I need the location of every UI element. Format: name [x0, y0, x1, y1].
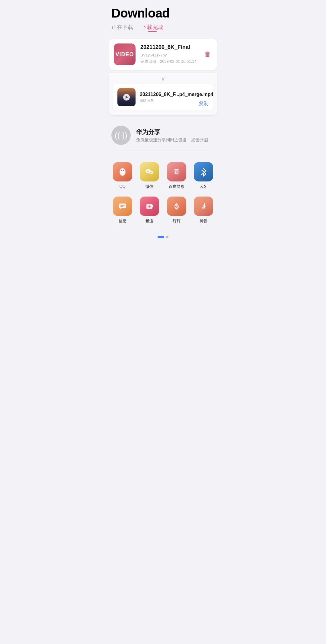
huawei-text-block: 华为分享 免流量极速分享到附近设备，点击开启: [136, 128, 208, 143]
svg-point-3: [123, 170, 124, 171]
app-item-changlian[interactable]: 畅连: [136, 193, 163, 227]
card-complete-date: 完成日期：2023-02-01 10:51:14: [140, 59, 198, 65]
card-title: 20211206_8K_Final: [140, 44, 198, 50]
tab-bar: 正在下载 下载完成: [104, 24, 222, 36]
baidu-icon: 百: [167, 162, 186, 181]
app-item-dingding[interactable]: 钉钉: [163, 193, 190, 227]
dingding-icon: [167, 197, 186, 216]
app-item-douyin[interactable]: 抖音: [190, 193, 217, 227]
card-info: 20211206_8K_Final BV1y5411x7by 完成日期：2023…: [140, 44, 198, 65]
svg-point-1: [120, 168, 125, 174]
douyin-label: 抖音: [200, 218, 207, 224]
app-item-qq[interactable]: QQ: [109, 159, 136, 193]
svg-point-2: [121, 170, 122, 171]
chevron-down-icon[interactable]: ∨: [161, 75, 165, 82]
changlian-icon: [140, 197, 159, 216]
file-name: 20211206_8K_F...p4_merge.mp4: [140, 92, 213, 97]
bluetooth-icon: [194, 162, 213, 181]
app-grid: QQ 微信 百 百度网盘 蓝牙: [104, 151, 222, 232]
page-dot-2: [166, 236, 168, 238]
wechat-icon: [140, 162, 159, 181]
svg-text:百: 百: [174, 169, 179, 174]
huawei-share[interactable]: ((·)) 华为分享 免流量极速分享到附近设备，点击开启: [104, 118, 222, 151]
svg-rect-12: [119, 203, 126, 208]
app-item-wechat[interactable]: 微信: [136, 159, 163, 193]
wechat-label: 微信: [145, 184, 153, 189]
tab-downloaded[interactable]: 下载完成: [142, 24, 163, 32]
delete-button[interactable]: 🗑: [203, 49, 212, 59]
video-thumb-label: VIDEO: [115, 51, 134, 58]
app-item-bluetooth[interactable]: 蓝牙: [190, 159, 217, 193]
svg-point-15: [149, 206, 150, 207]
huawei-share-title: 华为分享: [136, 128, 208, 136]
wifi-icon: ((·)): [115, 131, 127, 140]
svg-point-6: [147, 171, 148, 171]
page-dot-1: [158, 236, 164, 238]
play-triangle: [126, 96, 128, 99]
tab-downloading[interactable]: 正在下载: [111, 24, 133, 32]
qq-label: QQ: [120, 184, 126, 188]
video-thumbnail: VIDEO: [114, 43, 136, 65]
svg-rect-16: [152, 205, 153, 207]
message-icon: [113, 197, 132, 216]
play-icon: [123, 94, 130, 101]
baidu-label: 百度网盘: [169, 184, 184, 189]
page-title: Download: [104, 0, 222, 24]
card-bv-id: BV1y5411x7by: [140, 52, 198, 59]
douyin-icon: [194, 197, 213, 216]
svg-point-8: [150, 172, 151, 173]
changlian-label: 畅连: [145, 218, 153, 224]
svg-point-5: [149, 171, 153, 174]
huawei-share-desc: 免流量极速分享到附近设备，点击开启: [136, 137, 208, 143]
svg-point-7: [148, 171, 149, 171]
dingding-label: 钉钉: [173, 218, 181, 224]
svg-point-9: [152, 172, 152, 173]
qq-icon: [113, 162, 132, 181]
file-thumbnail: [117, 88, 136, 106]
copy-button[interactable]: 复制: [199, 101, 209, 107]
huawei-share-icon: ((·)): [111, 126, 131, 145]
download-card: VIDEO 20211206_8K_Final BV1y5411x7by 完成日…: [109, 39, 217, 70]
bluetooth-label: 蓝牙: [200, 184, 207, 189]
message-label: 信息: [119, 218, 126, 224]
page-indicator: [104, 232, 222, 244]
file-card: 20211206_8K_F...p4_merge.mp4 493 MB 复制: [113, 84, 213, 111]
app-item-message[interactable]: 信息: [109, 193, 136, 227]
app-item-baidu[interactable]: 百 百度网盘: [163, 159, 190, 193]
expand-panel: ∨ 20211206_8K_F...p4_merge.mp4 493 MB 复制: [109, 73, 217, 115]
